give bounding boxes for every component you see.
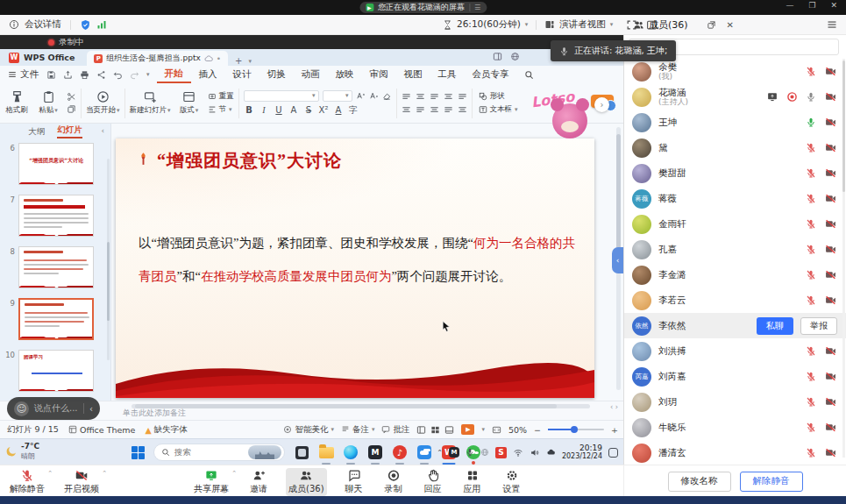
undo-icon[interactable] <box>113 70 123 80</box>
align-icon[interactable] <box>416 105 425 115</box>
normal-view-icon[interactable] <box>416 425 426 435</box>
list-icon[interactable] <box>416 92 425 102</box>
toolbar-members-button[interactable]: 成员(36) <box>286 468 327 496</box>
member-row[interactable]: 余樊(我) <box>624 59 846 84</box>
font-style-button[interactable]: I <box>259 105 270 115</box>
ribbon-tab-工具[interactable]: 工具 <box>430 66 465 83</box>
wps-home-button[interactable]: W WPS Office <box>0 49 83 66</box>
emoji-icon[interactable]: ☺ <box>14 401 29 416</box>
member-row[interactable]: 花璐涵(主持人) <box>624 84 846 110</box>
slide-thumbnail-10[interactable]: 10 团课学习 <box>0 350 110 392</box>
format-painter-button[interactable]: 格式刷 <box>4 90 30 116</box>
taskbar-app-pan-icon[interactable] <box>416 444 432 460</box>
slide-thumbnail-8[interactable]: 8 <box>0 246 110 288</box>
taskbar-app-edge-icon[interactable] <box>343 444 359 460</box>
font-style-button[interactable]: U <box>274 105 285 115</box>
font-style-button[interactable]: A <box>288 105 300 115</box>
volume-icon[interactable] <box>530 448 540 458</box>
taskbar-app-music-icon[interactable]: ♪ <box>392 444 408 460</box>
rename-button[interactable]: 修改名称 <box>668 472 731 492</box>
notes-button[interactable]: 备注▾ <box>341 424 375 436</box>
hamburger-menu-icon[interactable] <box>827 19 837 30</box>
member-mic-icon[interactable] <box>806 142 816 153</box>
play-caret-icon[interactable]: ▾ <box>481 426 485 433</box>
banner-list-icon[interactable]: ☰ <box>469 4 480 11</box>
danmaku-chat-input[interactable]: ☺ 说点什么... ‹ <box>7 397 100 420</box>
paste-button[interactable]: 粘贴▾ <box>35 90 61 116</box>
align-icon[interactable] <box>458 105 467 115</box>
unmute-button[interactable]: 解除静音 <box>740 472 803 492</box>
shapes-button[interactable]: 形状 <box>479 91 518 102</box>
wifi-icon[interactable] <box>513 448 523 458</box>
clear-format-icon[interactable] <box>382 91 392 101</box>
thumbnail-card[interactable]: 团课学习 <box>18 350 94 392</box>
tray-cloud-icon[interactable] <box>546 448 556 457</box>
member-mic-icon[interactable] <box>806 218 816 230</box>
member-mic-icon[interactable] <box>806 193 816 204</box>
align-icon[interactable] <box>430 105 439 115</box>
ribbon-expand-chevron[interactable]: › <box>594 97 609 112</box>
comment-button[interactable]: 批注 <box>381 424 409 436</box>
member-row[interactable]: 依然李依然 私聊 举报 <box>624 313 846 338</box>
share-icon[interactable] <box>96 70 106 80</box>
reset-slide-button[interactable]: 重置 <box>208 91 234 102</box>
copy-icon[interactable] <box>67 104 76 114</box>
textbox-button[interactable]: 文本框▾ <box>479 104 518 115</box>
member-camera-icon[interactable] <box>824 142 837 153</box>
toolbar-invite-button[interactable]: 邀请 <box>246 468 271 496</box>
list-icon[interactable] <box>430 92 439 102</box>
member-mic-icon[interactable] <box>806 371 816 382</box>
members-scrollbar[interactable] <box>842 59 845 458</box>
zoom-in-button[interactable]: + <box>611 425 618 435</box>
font-style-button[interactable]: 字 <box>348 104 359 117</box>
member-mic-icon[interactable] <box>806 295 816 306</box>
zoom-slider[interactable] <box>548 429 604 430</box>
ribbon-tab-会员专享[interactable]: 会员专享 <box>465 66 517 83</box>
ribbon-tab-视图[interactable]: 视图 <box>396 66 430 83</box>
member-mic-icon[interactable] <box>806 66 816 77</box>
member-row[interactable]: 牛晓乐 <box>624 415 846 440</box>
thumbnail-card[interactable] <box>18 195 94 237</box>
windows-start-button[interactable] <box>132 446 145 459</box>
member-mic-icon[interactable] <box>806 244 816 255</box>
slide-thumbnail-7[interactable]: 7 <box>0 195 110 237</box>
member-mic-icon[interactable] <box>806 422 816 433</box>
maximize-button[interactable]: ❐ <box>808 1 815 10</box>
tab-list-caret-icon[interactable]: ▾ <box>248 58 252 65</box>
font-name-select[interactable]: ▾ <box>244 90 319 102</box>
security-shield-icon[interactable] <box>80 19 91 31</box>
member-row[interactable]: 孔嘉 <box>624 237 846 262</box>
tray-globe-icon[interactable] <box>480 448 489 457</box>
popout-panel-icon[interactable] <box>707 20 716 30</box>
member-mic-icon[interactable] <box>806 167 816 179</box>
font-style-button[interactable]: A <box>333 105 345 115</box>
member-row[interactable]: 黛 <box>624 135 846 160</box>
weather-widget[interactable]: -7°C 晴朗 <box>5 442 39 461</box>
section-button[interactable]: 节▾ <box>208 104 234 115</box>
beautify-button[interactable]: 智能美化▾ <box>283 424 334 436</box>
caret-up-icon[interactable]: ⌃ <box>47 470 53 477</box>
tray-mic-icon[interactable] <box>466 448 474 457</box>
sogou-input-icon[interactable]: S <box>495 447 507 458</box>
member-camera-icon[interactable] <box>824 396 837 408</box>
taskbar-app-taskview-icon[interactable] <box>294 444 309 460</box>
member-row[interactable]: 潘清玄 <box>624 440 846 465</box>
member-mic-icon[interactable] <box>806 117 816 128</box>
zoom-level[interactable]: 50% <box>508 425 527 435</box>
fit-window-icon[interactable] <box>492 425 501 435</box>
member-camera-icon[interactable] <box>824 167 837 179</box>
scroll-arrows[interactable]: ‹ › <box>610 403 618 411</box>
toolbar-mic-muted-button[interactable]: 解除静音⌃ <box>7 468 47 496</box>
horizontal-scrollbar[interactable] <box>132 404 590 408</box>
toolbar-react-button[interactable]: 回应 <box>421 468 445 496</box>
zoom-out-button[interactable]: − <box>534 425 541 435</box>
list-icon[interactable] <box>402 92 411 102</box>
redo-icon[interactable] <box>130 70 139 80</box>
toolbar-chat-button[interactable]: 聊天 <box>342 468 366 496</box>
globe-icon[interactable] <box>510 52 520 61</box>
toolbar-share-screen-button[interactable]: 共享屏幕⌃ <box>191 468 231 496</box>
member-mic-icon[interactable] <box>806 447 816 458</box>
align-icon[interactable] <box>444 105 453 115</box>
member-camera-icon[interactable] <box>824 447 837 458</box>
member-camera-icon[interactable] <box>824 218 837 230</box>
